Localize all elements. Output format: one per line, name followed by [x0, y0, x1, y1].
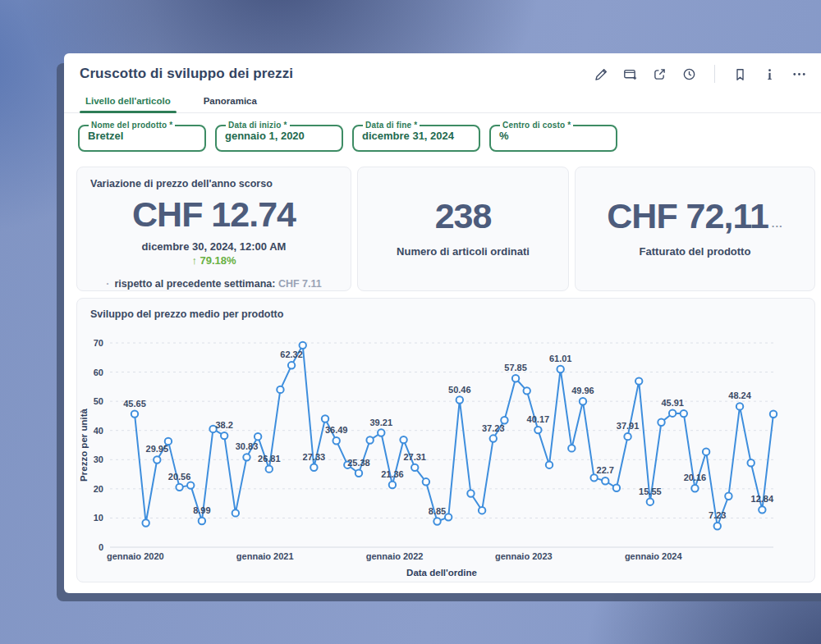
kpi-delta: ↑ 79.18% — [77, 254, 351, 267]
svg-text:gennaio 2022: gennaio 2022 — [366, 551, 424, 561]
kpi-value: 238 — [435, 199, 492, 234]
start-date-label: Data di inizio * — [226, 121, 290, 130]
svg-text:7.23: 7.23 — [709, 510, 726, 520]
kpi-comparison: ·rispetto al precedente settimana: CHF 7… — [77, 278, 351, 290]
cost-center-value: % — [499, 130, 608, 142]
end-date-label: Data di fine * — [363, 121, 420, 130]
open-external-icon[interactable] — [653, 67, 667, 81]
svg-text:gennaio 2021: gennaio 2021 — [236, 551, 294, 561]
kpi-label: Numero di articoli ordinati — [397, 245, 530, 258]
svg-text:27.31: 27.31 — [403, 452, 426, 462]
start-date-field[interactable]: Data di inizio * gennaio 1, 2020 — [215, 121, 343, 152]
svg-text:Prezzo per unità: Prezzo per unità — [79, 408, 89, 481]
product-name-value: Bretzel — [88, 130, 196, 142]
svg-text:8.99: 8.99 — [193, 505, 210, 515]
svg-text:gennaio 2024: gennaio 2024 — [625, 551, 683, 561]
svg-text:62.32: 62.32 — [280, 349, 303, 359]
kpi-date: dicembre 30, 2024, 12:00 AM — [77, 240, 351, 253]
svg-text:70: 70 — [94, 338, 103, 348]
svg-text:29.95: 29.95 — [146, 444, 169, 454]
bullet-icon: · — [106, 278, 109, 290]
svg-text:gennaio 2023: gennaio 2023 — [495, 551, 553, 561]
svg-text:50: 50 — [94, 396, 103, 406]
svg-text:40.17: 40.17 — [527, 414, 550, 424]
tab-livello-articolo[interactable]: Livello dell'articolo — [80, 93, 177, 112]
svg-text:20.16: 20.16 — [684, 473, 707, 482]
price-development-chart-card: Sviluppo del prezzo medio per prodotto 0… — [76, 298, 815, 582]
svg-text:50.46: 50.46 — [448, 385, 471, 395]
toolbar — [594, 65, 806, 83]
svg-text:0: 0 — [99, 542, 103, 552]
email-report-icon[interactable] — [623, 67, 637, 81]
edit-icon[interactable] — [594, 67, 608, 81]
svg-text:22.7: 22.7 — [597, 465, 614, 475]
start-date-value: gennaio 1, 2020 — [225, 130, 333, 142]
schedule-icon[interactable] — [682, 67, 696, 81]
info-icon[interactable] — [763, 67, 777, 81]
svg-text:61.01: 61.01 — [549, 354, 572, 363]
cost-center-field[interactable]: Centro di costo * % — [489, 121, 617, 152]
end-date-field[interactable]: Data di fine * dicembre 31, 2024 — [352, 121, 480, 152]
kpi-value: CHF 72,11 — [607, 199, 768, 234]
svg-text:Data dell'ordine: Data dell'ordine — [406, 568, 477, 578]
cost-center-label: Centro di costo * — [500, 121, 573, 130]
kpi-card-product-revenue: CHF 72,11 ... Fatturato del prodotto — [575, 167, 815, 291]
tab-bar: Livello dell'articolo Panoramica — [64, 88, 821, 113]
svg-text:45.91: 45.91 — [661, 398, 684, 408]
kpi-card-items-ordered: 238 Numero di articoli ordinati — [357, 167, 569, 291]
svg-text:37.91: 37.91 — [617, 421, 640, 431]
line-chart: 010203040506070Prezzo per unitàgennaio 2… — [77, 322, 814, 581]
svg-text:20: 20 — [94, 484, 103, 494]
svg-text:30.83: 30.83 — [236, 441, 259, 451]
svg-text:40: 40 — [94, 426, 103, 436]
svg-text:25.38: 25.38 — [347, 458, 370, 468]
page-title: Cruscotto di sviluppo dei prezzi — [80, 66, 293, 82]
svg-text:gennaio 2020: gennaio 2020 — [107, 551, 164, 561]
up-arrow-icon: ↑ — [191, 254, 197, 267]
svg-text:60: 60 — [94, 368, 103, 377]
svg-text:36.49: 36.49 — [325, 425, 348, 435]
svg-text:49.96: 49.96 — [571, 386, 594, 395]
svg-text:21.36: 21.36 — [381, 469, 404, 479]
svg-text:27.33: 27.33 — [303, 452, 326, 462]
kpi-value: CHF 12.74 — [77, 197, 351, 232]
toolbar-divider — [714, 65, 715, 83]
svg-text:15.55: 15.55 — [639, 486, 662, 496]
svg-text:26.81: 26.81 — [258, 454, 281, 464]
kpi-label: Fatturato del prodotto — [640, 245, 751, 258]
bookmark-icon[interactable] — [733, 67, 747, 81]
svg-text:48.24: 48.24 — [728, 391, 751, 400]
kpi-title: Variazione di prezzo dell'anno scorso — [77, 167, 351, 190]
product-name-field[interactable]: Nome del prodotto * Bretzel — [78, 121, 206, 152]
chart-title: Sviluppo del prezzo medio per prodotto — [77, 299, 814, 320]
more-icon[interactable] — [792, 67, 806, 81]
svg-text:57.85: 57.85 — [504, 363, 527, 372]
tab-panoramica[interactable]: Panoramica — [198, 93, 263, 112]
svg-text:37.23: 37.23 — [482, 423, 505, 433]
end-date-value: dicembre 31, 2024 — [362, 130, 470, 142]
svg-text:12.84: 12.84 — [751, 494, 774, 504]
kpi-comparison-value: CHF 7.11 — [278, 278, 322, 290]
svg-text:20.56: 20.56 — [168, 472, 191, 482]
product-name-label: Nome del prodotto * — [89, 121, 175, 130]
svg-text:30: 30 — [94, 454, 103, 464]
filter-row: Nome del prodotto * Bretzel Data di iniz… — [64, 113, 821, 152]
svg-text:45.65: 45.65 — [123, 399, 146, 409]
svg-text:39.21: 39.21 — [370, 418, 393, 427]
svg-text:10: 10 — [94, 513, 103, 523]
window-header: Cruscotto di sviluppo dei prezzi — [64, 53, 821, 88]
dashboard-window: Cruscotto di sviluppo dei prezzi — [64, 53, 821, 593]
kpi-card-price-change: Variazione di prezzo dell'anno scorso CH… — [76, 167, 351, 291]
kpi-row: Variazione di prezzo dell'anno scorso CH… — [64, 152, 821, 291]
svg-text:8.85: 8.85 — [429, 506, 446, 516]
truncation-ellipsis: ... — [768, 217, 783, 234]
svg-text:38.2: 38.2 — [215, 420, 232, 430]
